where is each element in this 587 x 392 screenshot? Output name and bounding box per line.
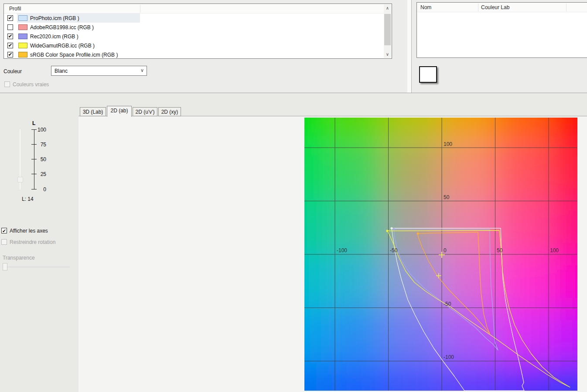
gamut-chart-svg: -100-5005010010050-50-100 [304, 118, 577, 391]
panel-separator [0, 93, 587, 94]
selected-color-swatch [419, 66, 437, 83]
afficher-axes-label: Afficher les axes [10, 228, 48, 234]
couleurs-vraies-label: Couleurs vraies [13, 81, 49, 88]
transparence-label: Transparence [3, 255, 35, 261]
tab-3d-lab[interactable]: 3D (Lab) [80, 107, 106, 116]
chevron-down-icon: ∨ [140, 68, 144, 73]
svg-text:0: 0 [444, 247, 447, 253]
l-axis-title: L [32, 120, 35, 126]
couleurs-vraies-checkbox [4, 81, 10, 87]
tab-2d-ab[interactable]: 2D (ab) [107, 106, 132, 117]
scroll-up-button[interactable]: ∧ [384, 4, 391, 12]
profile-name: AdobeRGB1998.icc (RGB ) [30, 24, 94, 30]
svg-text:100: 100 [550, 247, 559, 253]
tab-2d-xy[interactable]: 2D (xy) [158, 107, 181, 116]
svg-text:50: 50 [497, 247, 503, 253]
profile-list[interactable]: Profil ✔ProPhoto.icm (RGB )AdobeRGB1998.… [3, 3, 392, 59]
nom-column-header: Nom [420, 4, 431, 10]
transparence-slider-thumb [3, 263, 7, 270]
l-scale-tick-label: 50 [36, 156, 46, 162]
tab-2d-u-v[interactable]: 2D (u'v') [133, 107, 157, 116]
profile-row[interactable]: ✔ProPhoto.icm (RGB ) [4, 14, 384, 23]
gamut-outline-start-dot [386, 230, 388, 232]
gamut-outline-start-dot [390, 227, 392, 229]
profile-checkbox[interactable]: ✔ [7, 15, 13, 21]
lab-list-header: Nom Couleur Lab [417, 3, 587, 12]
profile-name: sRGB Color Space Profile.icm (RGB ) [30, 52, 118, 58]
profile-checkbox[interactable]: ✔ [7, 52, 13, 57]
restreindre-rotation-checkbox [1, 239, 7, 245]
profile-checkbox[interactable]: ✔ [7, 43, 13, 48]
profile-rows: ✔ProPhoto.icm (RGB )AdobeRGB1998.icc (RG… [4, 14, 384, 58]
l-value-label: L: 14 [22, 196, 34, 202]
profile-list-scrollbar[interactable]: ∧ ∨ [384, 4, 391, 58]
couleur-lab-column-header: Couleur Lab [481, 4, 509, 10]
gamut-chart-2d-ab[interactable]: -100-5005010010050-50-100 [304, 118, 577, 391]
profile-name: Rec2020.icm (RGB ) [30, 34, 78, 40]
afficher-axes-checkbox[interactable]: ✔ [1, 228, 7, 233]
scrollbar-thumb[interactable] [384, 14, 391, 45]
svg-text:50: 50 [444, 194, 450, 200]
svg-text:-50: -50 [390, 247, 398, 253]
gamut-outline-start-dot [416, 232, 419, 234]
profile-column-header: Profil [9, 6, 21, 12]
profile-list-header: Profil [4, 4, 392, 14]
l-scale-tick-label: 100 [36, 127, 46, 133]
svg-text:-50: -50 [444, 301, 451, 307]
l-slider-thumb[interactable] [17, 177, 23, 182]
header-divider [566, 3, 567, 11]
scroll-down-button[interactable]: ∨ [384, 51, 391, 58]
couleur-label: Couleur [3, 68, 22, 74]
profile-name: ProPhoto.icm (RGB ) [30, 15, 79, 21]
gamut-viewer-window: { "profiles_panel": { "header": "Profil"… [0, 0, 587, 392]
profile-color-swatch [18, 34, 27, 39]
header-divider [478, 3, 478, 11]
profile-checkbox[interactable] [7, 24, 13, 30]
l-scale-tick-label: 75 [36, 142, 46, 148]
profile-row[interactable]: ✔sRGB Color Space Profile.icm (RGB ) [4, 50, 384, 59]
profile-color-swatch [18, 52, 27, 57]
profile-row[interactable]: ✔Rec2020.icm (RGB ) [4, 32, 384, 41]
panel-gap [407, 0, 411, 93]
profiles-panel: Profil ✔ProPhoto.icm (RGB )AdobeRGB1998.… [0, 0, 407, 93]
lab-color-list[interactable]: Nom Couleur Lab [416, 2, 587, 58]
transparence-slider [3, 267, 70, 267]
profile-row[interactable]: ✔WideGamutRGB.icc (RGB ) [4, 41, 384, 50]
svg-text:100: 100 [444, 141, 452, 147]
l-scale-tick-label: 0 [36, 186, 46, 193]
profile-name: WideGamutRGB.icc (RGB ) [30, 43, 95, 49]
l-scale-tick-label: 25 [36, 171, 46, 177]
profile-row[interactable]: AdobeRGB1998.icc (RGB ) [4, 23, 384, 32]
profile-color-swatch [18, 43, 27, 48]
gamut-outline-start-dot [392, 228, 395, 230]
profile-color-swatch [18, 24, 27, 30]
profile-color-swatch [18, 15, 27, 21]
header-divider [140, 5, 140, 13]
restreindre-rotation-label: Restreindre rotation [10, 239, 55, 245]
svg-text:-100: -100 [444, 354, 454, 360]
svg-text:-100: -100 [337, 247, 347, 253]
profile-checkbox[interactable]: ✔ [7, 34, 13, 39]
couleur-dropdown-value: Blanc [55, 68, 68, 74]
couleur-dropdown[interactable]: Blanc ∨ [51, 66, 147, 76]
